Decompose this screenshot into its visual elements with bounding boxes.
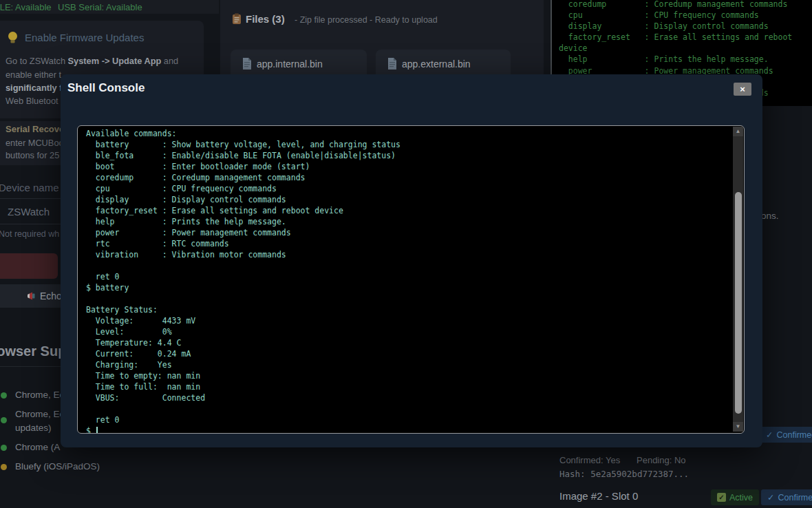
shell-console-output: Available commands: battery : Show batte…	[86, 128, 400, 434]
modal-title: Shell Console	[67, 81, 145, 95]
scrollbar-thumb[interactable]	[735, 192, 742, 414]
scroll-down-icon[interactable]: ▼	[733, 422, 743, 432]
shell-console-modal: Shell Console × Available commands: batt…	[61, 74, 762, 447]
terminal-cursor	[96, 427, 98, 434]
scroll-up-icon[interactable]: ▲	[733, 127, 743, 136]
close-button[interactable]: ×	[734, 83, 751, 96]
shell-console-terminal[interactable]: Available commands: battery : Show batte…	[77, 125, 745, 434]
terminal-scrollbar[interactable]: ▲ ▼	[733, 127, 743, 432]
